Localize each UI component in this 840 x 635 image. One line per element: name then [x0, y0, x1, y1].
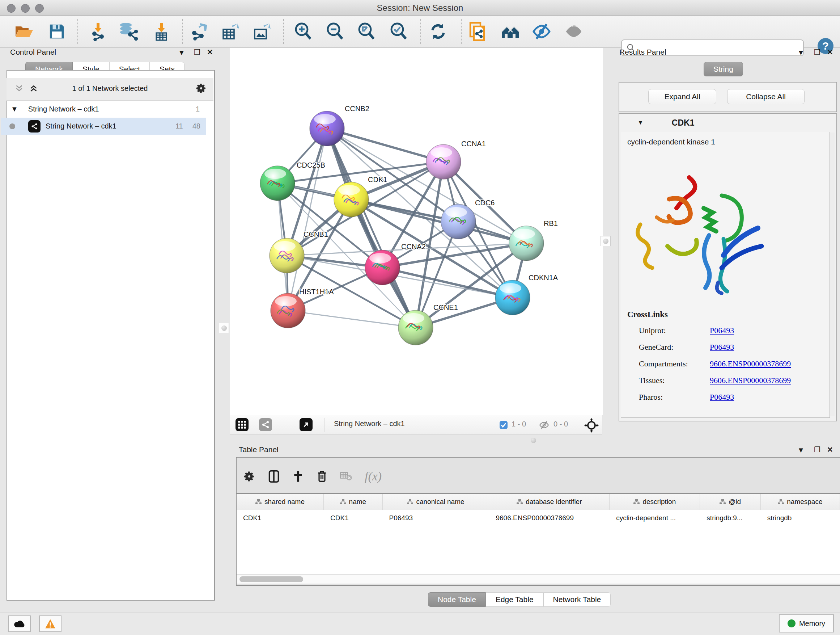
table-cell[interactable]: CDK1	[237, 510, 324, 526]
column-header-canonical-name[interactable]: canonical name	[383, 494, 489, 510]
crosslink-value-link[interactable]: P06493	[710, 326, 734, 342]
network-node-count: 11	[175, 122, 183, 130]
zoom-in-icon[interactable]	[292, 21, 314, 42]
crosslink-label: Pharos:	[639, 393, 710, 409]
export-image-icon[interactable]	[251, 21, 273, 42]
hide-unhide-icon[interactable]	[531, 21, 553, 42]
fit-content-crosshair-icon[interactable]	[584, 418, 599, 432]
tab-node-table[interactable]: Node Table	[428, 592, 486, 607]
show-eye-icon[interactable]	[563, 21, 584, 42]
network-canvas[interactable]: CCNB2CCNA1CDC25BCDK1CDC6RB1CCNB1CCNA2CDK…	[230, 48, 603, 415]
open-in-window-icon[interactable]	[300, 418, 313, 431]
column-header-description[interactable]: description	[609, 494, 700, 510]
node-gloss-highlight	[314, 114, 336, 124]
tab-string[interactable]: String	[704, 62, 743, 76]
node-label-CDC25B: CDC25B	[297, 161, 325, 169]
network-options-gear-icon[interactable]	[195, 82, 207, 94]
delete-table-icon[interactable]	[340, 471, 352, 481]
tab-network-table[interactable]: Network Table	[543, 592, 611, 607]
warnings-button[interactable]	[39, 616, 62, 632]
crosslink-value-link[interactable]: P06493	[710, 393, 734, 409]
add-column-icon[interactable]	[292, 470, 304, 483]
network-edge[interactable]	[327, 128, 416, 328]
collection-expand-icon[interactable]: ▼	[11, 105, 18, 113]
column-header-database-identifier[interactable]: database identifier	[489, 494, 609, 510]
table-panel-splitter-handle[interactable]	[529, 435, 538, 445]
save-session-icon[interactable]	[46, 21, 68, 42]
hidden-eye-icon[interactable]	[538, 421, 549, 429]
tab-edge-table[interactable]: Edge Table	[486, 592, 543, 607]
table-toolbar: f(x)	[243, 466, 382, 487]
cloud-status-button[interactable]	[8, 616, 31, 632]
table-settings-gear-icon[interactable]	[243, 470, 256, 483]
open-session-icon[interactable]	[13, 21, 35, 42]
left-splitter-handle[interactable]	[219, 323, 229, 333]
gene-entry-header[interactable]: ▼ CDK1	[620, 114, 834, 131]
results-panel-close-icon[interactable]: ✕	[827, 48, 833, 57]
network-edge[interactable]	[288, 310, 416, 328]
table-cell[interactable]: CDK1	[324, 510, 382, 526]
network-graph[interactable]: CCNB2CCNA1CDC25BCDK1CDC6RB1CCNB1CCNA2CDK…	[230, 48, 603, 415]
node-label-CCNE1: CCNE1	[433, 303, 458, 311]
network-share-icon[interactable]	[259, 418, 272, 431]
gene-collapse-icon[interactable]: ▼	[638, 119, 644, 126]
zoom-selected-icon[interactable]	[388, 21, 409, 42]
crosslink-value-link[interactable]: P06493	[710, 342, 734, 359]
network-edge[interactable]	[382, 268, 513, 298]
copy-network-icon[interactable]	[467, 21, 489, 42]
right-splitter-handle[interactable]	[600, 236, 611, 246]
export-table-icon[interactable]	[219, 21, 241, 42]
refresh-icon[interactable]	[427, 21, 449, 42]
table-panel-float-icon[interactable]: ❒	[814, 445, 821, 454]
export-network-icon[interactable]	[188, 21, 210, 42]
table-cell[interactable]: P06493	[383, 510, 489, 526]
table-hscrollbar-thumb[interactable]	[240, 576, 303, 582]
import-table-file-icon[interactable]	[151, 21, 172, 42]
control-panel-close-icon[interactable]: ✕	[207, 48, 213, 57]
function-builder-icon[interactable]: f(x)	[365, 470, 382, 483]
node-gloss-highlight	[500, 283, 521, 293]
crosslink-value-link[interactable]: 9606.ENSP00000378699	[710, 376, 791, 393]
control-panel-float-icon[interactable]: ❒	[194, 48, 201, 57]
table-cell[interactable]: 9606.ENSP00000378699	[489, 510, 609, 526]
table-cell[interactable]: stringdb:9...	[700, 510, 760, 526]
network-edge[interactable]	[351, 200, 526, 243]
crosslink-label: Tissues:	[639, 376, 710, 393]
birds-eye-grid-icon[interactable]	[235, 418, 248, 431]
results-scrollbar[interactable]	[830, 133, 835, 416]
control-panel-menu-icon[interactable]: ▼	[178, 49, 185, 57]
table-cell[interactable]: stringdb	[761, 510, 840, 526]
table-panel-menu-icon[interactable]: ▼	[797, 446, 805, 454]
column-header-namespace[interactable]: namespace	[761, 494, 840, 510]
column-header-name[interactable]: name	[324, 494, 382, 510]
table-cell[interactable]: cyclin-dependent ...	[609, 510, 700, 526]
show-columns-icon[interactable]	[268, 470, 280, 483]
network-edge[interactable]	[288, 128, 327, 310]
title-bar: Session: New Session	[0, 0, 840, 16]
results-panel-menu-icon[interactable]: ▼	[797, 49, 805, 57]
expand-all-button[interactable]: Expand All	[648, 89, 716, 104]
crosslink-value-link[interactable]: 9606.ENSP00000378699	[710, 359, 791, 376]
network-collection-row[interactable]: ▼ String Network – cdk1 1	[1, 101, 206, 118]
network-row-selected[interactable]: String Network – cdk1 11 48	[1, 118, 206, 135]
table-hscrollbar[interactable]	[237, 575, 840, 584]
collapse-all-button[interactable]: Collapse All	[727, 89, 805, 104]
table-panel-close-icon[interactable]: ✕	[827, 445, 833, 454]
zoom-out-icon[interactable]	[324, 21, 346, 42]
warning-icon	[45, 619, 56, 629]
node-label-CDKN1A: CDKN1A	[529, 274, 558, 282]
crosslink-row: Tissues:9606.ENSP00000378699	[639, 376, 827, 393]
memory-button[interactable]: Memory	[779, 614, 834, 632]
network-status-dot	[9, 124, 15, 129]
home-icon[interactable]	[500, 21, 521, 42]
import-network-file-icon[interactable]	[87, 21, 109, 42]
results-panel-float-icon[interactable]: ❒	[814, 48, 821, 57]
delete-column-trash-icon[interactable]	[316, 470, 328, 483]
node-label-CDK1: CDK1	[368, 176, 387, 184]
zoom-fit-icon[interactable]	[355, 21, 377, 42]
column-header-shared-name[interactable]: shared name	[237, 494, 324, 510]
column-header-id[interactable]: @id	[700, 494, 760, 510]
selected-checkbox[interactable]	[499, 421, 508, 429]
import-network-database-icon[interactable]	[117, 21, 139, 42]
table-row[interactable]: CDK1CDK1P064939606.ENSP00000378699cyclin…	[237, 510, 840, 526]
